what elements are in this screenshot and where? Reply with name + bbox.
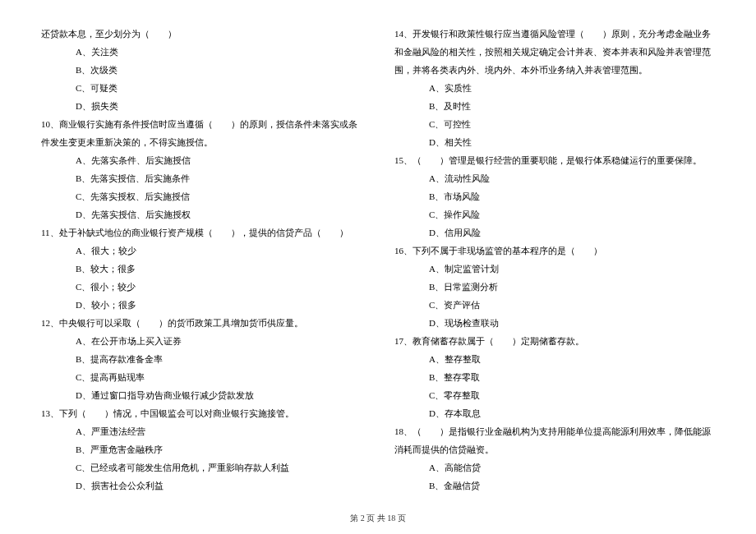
q17-text: 17、教育储蓄存款属于（ ）定期储蓄存款。 — [394, 332, 715, 350]
q16-opt-c: C、资产评估 — [394, 296, 715, 314]
q18-opt-a: A、高能信贷 — [394, 458, 715, 476]
q18-opt-b: B、金融信贷 — [394, 476, 715, 495]
q12-opt-d: D、通过窗口指导劝告商业银行减少贷款发放 — [41, 386, 362, 404]
q12-text: 12、中央银行可以采取（ ）的货币政策工具增加货币供应量。 — [41, 314, 362, 332]
q15-opt-c: C、操作风险 — [394, 205, 715, 223]
q14-text: 14、开发银行和政策性银行应当遵循风险管理（ ）原则，充分考虑金融业务和金融风险… — [394, 25, 715, 79]
q16-opt-b: B、日常监测分析 — [394, 278, 715, 296]
q16-opt-d: D、现场检查联动 — [394, 314, 715, 332]
q17-opt-b: B、整存零取 — [394, 368, 715, 386]
q17-opt-c: C、零存整取 — [394, 386, 715, 404]
q12-opt-a: A、在公开市场上买入证券 — [41, 332, 362, 350]
q10-opt-a: A、先落实条件、后实施授信 — [41, 151, 362, 169]
q9-opt-d: D、损失类 — [41, 97, 362, 115]
q18-text: 18、（ ）是指银行业金融机构为支持用能单位提高能源利用效率，降低能源消耗而提供… — [394, 422, 715, 458]
q13-opt-c: C、已经或者可能发生信用危机，严重影响存款人利益 — [41, 458, 362, 476]
q9-opt-c: C、可疑类 — [41, 79, 362, 97]
q11-opt-a: A、很大；较少 — [41, 242, 362, 260]
q10-text: 10、商业银行实施有条件授信时应当遵循（ ）的原则，授信条件未落实或条件发生变更… — [41, 115, 362, 151]
q13-opt-a: A、严重违法经营 — [41, 422, 362, 440]
q9-continuation: 还贷款本息，至少划分为（ ） — [41, 25, 362, 43]
q9-opt-a: A、关注类 — [41, 43, 362, 61]
q10-opt-b: B、先落实授信、后实施条件 — [41, 169, 362, 187]
q14-opt-d: D、相关性 — [394, 133, 715, 151]
q13-text: 13、下列（ ）情况，中国银监会可以对商业银行实施接管。 — [41, 404, 362, 422]
q14-opt-a: A、实质性 — [394, 79, 715, 97]
q15-text: 15、（ ）管理是银行经营的重要职能，是银行体系稳健运行的重要保障。 — [394, 151, 715, 169]
q11-opt-c: C、很小；较少 — [41, 278, 362, 296]
q12-opt-b: B、提高存款准备金率 — [41, 350, 362, 368]
page-footer: 第 2 页 共 18 页 — [0, 513, 756, 524]
q13-opt-b: B、严重危害金融秩序 — [41, 440, 362, 458]
q17-opt-d: D、存本取息 — [394, 404, 715, 422]
q11-opt-b: B、较大；很多 — [41, 260, 362, 278]
q12-opt-c: C、提高再贴现率 — [41, 368, 362, 386]
q14-opt-b: B、及时性 — [394, 97, 715, 115]
q14-opt-c: C、可控性 — [394, 115, 715, 133]
q11-opt-d: D、较小；很多 — [41, 296, 362, 314]
q15-opt-d: D、信用风险 — [394, 223, 715, 242]
q15-opt-a: A、流动性风险 — [394, 169, 715, 187]
left-column: 还贷款本息，至少划分为（ ） A、关注类 B、次级类 C、可疑类 D、损失类 1… — [41, 25, 362, 493]
right-column: 14、开发银行和政策性银行应当遵循风险管理（ ）原则，充分考虑金融业务和金融风险… — [394, 25, 715, 493]
q16-text: 16、下列不属于非现场监管的基本程序的是（ ） — [394, 242, 715, 260]
q10-opt-c: C、先落实授权、后实施授信 — [41, 187, 362, 205]
q9-opt-b: B、次级类 — [41, 61, 362, 79]
q11-text: 11、处于补缺式地位的商业银行资产规模（ ），提供的信贷产品（ ） — [41, 223, 362, 242]
q13-opt-d: D、损害社会公众利益 — [41, 476, 362, 495]
q15-opt-b: B、市场风险 — [394, 187, 715, 205]
q17-opt-a: A、整存整取 — [394, 350, 715, 368]
q16-opt-a: A、制定监管计划 — [394, 260, 715, 278]
q10-opt-d: D、先落实授信、后实施授权 — [41, 205, 362, 223]
